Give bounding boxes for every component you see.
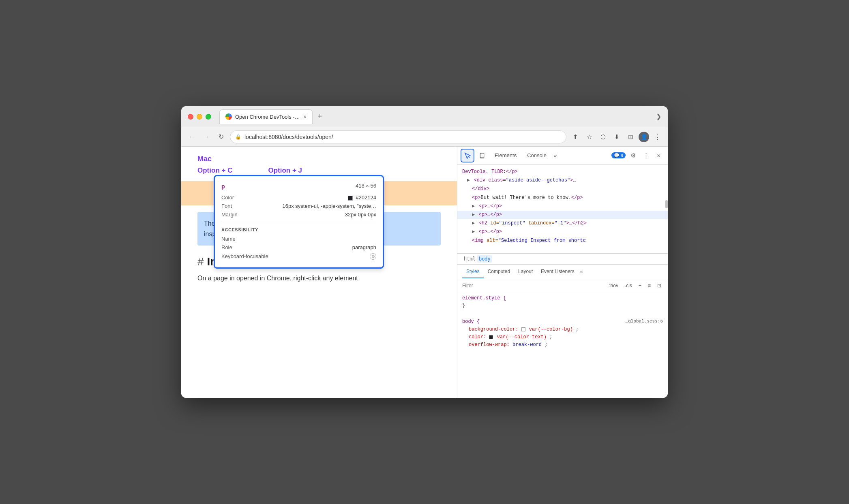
dom-line[interactable]: <img alt="Selecting Inspect from shortc xyxy=(457,237,668,245)
dom-tree: DevTools. TLDR:</p> ▶ <div class="aside … xyxy=(457,164,668,254)
minimize-window-button[interactable] xyxy=(197,114,202,120)
styles-panel: Styles Computed Layout Event Listeners » xyxy=(457,265,668,378)
devtools-chat-badge[interactable]: 💬 9 xyxy=(611,152,626,158)
styles-filter-input[interactable] xyxy=(462,283,607,288)
dom-attr-name: tabindex= xyxy=(528,220,555,226)
expand-triangle-icon[interactable]: ▶ xyxy=(472,229,475,235)
expand-triangle-icon[interactable]: ▶ xyxy=(467,177,470,183)
styles-tab-layout[interactable]: Layout xyxy=(514,265,537,278)
download-button[interactable]: ⬇ xyxy=(611,131,622,143)
color-swatch-icon xyxy=(348,196,353,201)
styles-tab-styles[interactable]: Styles xyxy=(462,265,484,278)
dom-line[interactable]: </div> xyxy=(457,185,668,193)
css-background-color-prop: background-color: xyxy=(469,327,518,332)
tooltip-font-row: Font 16px system-ui, -apple-system, "sys… xyxy=(221,202,376,210)
text-color-swatch-icon xyxy=(489,335,493,339)
refresh-icon: ↻ xyxy=(219,133,224,141)
filter-hov-button[interactable]: :hov xyxy=(607,282,620,289)
lock-icon: 🔒 xyxy=(235,134,241,140)
styles-tab-computed[interactable]: Computed xyxy=(484,265,514,278)
devtools-more-tabs[interactable]: » xyxy=(552,151,558,160)
devtools-inspect-button[interactable] xyxy=(461,149,474,162)
page-content: Mac Option + C Option + J p 418 × 56 Col… xyxy=(181,147,457,398)
tooltip-margin-label: Margin xyxy=(221,211,254,218)
forward-button[interactable]: → xyxy=(201,131,212,143)
dom-line[interactable]: <p>But wait! There's more to know.</p> xyxy=(457,194,668,202)
expand-triangle-icon[interactable]: ▶ xyxy=(472,203,475,209)
address-text: localhost:8080/docs/devtools/open/ xyxy=(244,134,561,140)
tooltip-font-label: Font xyxy=(221,203,254,209)
address-bar[interactable]: 🔒 localhost:8080/docs/devtools/open/ xyxy=(230,130,566,143)
close-devtools-icon: × xyxy=(657,152,661,159)
filter-layers-button[interactable]: ≡ xyxy=(646,282,652,289)
close-window-button[interactable] xyxy=(188,114,193,120)
profile-avatar[interactable]: 👤 xyxy=(639,132,649,142)
devtools-toolbar: Elements Console » 💬 9 ⚙ ⋮ xyxy=(457,147,668,164)
extension-button[interactable]: ⬡ xyxy=(597,131,609,143)
dom-attr-value: "aside aside--gotchas" xyxy=(506,177,570,183)
tooltip-name-row: Name xyxy=(221,235,376,243)
tooltip-font-value: 16px system-ui, -apple-system, "syste… xyxy=(283,203,376,209)
mac-label: Mac xyxy=(197,155,441,163)
devtools-close-button[interactable]: × xyxy=(653,150,665,161)
dom-attr-value: "inspect" xyxy=(499,220,525,226)
bookmark-button[interactable]: ☆ xyxy=(583,131,595,143)
breadcrumb-body[interactable]: body xyxy=(477,255,492,263)
share-button[interactable]: ⬆ xyxy=(570,131,581,143)
tab-list-chevron-icon[interactable]: ❯ xyxy=(656,113,661,120)
devtools-more-options-button[interactable]: ⋮ xyxy=(640,150,652,161)
tab-close-button[interactable]: × xyxy=(303,113,307,120)
tooltip-role-row: Role paragraph xyxy=(221,243,376,252)
tooltip-keyboard-label: Keyboard-focusable xyxy=(221,253,268,259)
dom-tag: </div> xyxy=(472,186,489,192)
dom-line[interactable]: ▶ <p>…</p> xyxy=(457,202,668,211)
tooltip-margin-value: 32px 0px 0px xyxy=(345,211,376,218)
device-toolbar-button[interactable] xyxy=(476,149,488,162)
css-body-selector: body { xyxy=(462,319,480,325)
filter-plus-button[interactable]: + xyxy=(637,282,643,289)
filter-computed-button[interactable]: ⊡ xyxy=(656,282,663,289)
maximize-window-button[interactable] xyxy=(206,114,211,120)
dom-attr-value: "-1" xyxy=(555,220,566,226)
back-button[interactable]: ← xyxy=(186,131,197,143)
dom-line[interactable]: ▶ <p>…</p> xyxy=(457,228,668,236)
styles-more-tabs[interactable]: » xyxy=(580,269,583,275)
active-tab[interactable]: Open Chrome DevTools - Chro… × xyxy=(219,109,313,124)
css-code-block: element.style { } body { _global.scss:6 … xyxy=(457,292,668,351)
breadcrumb-html[interactable]: html xyxy=(462,255,477,263)
dom-attr-name: id= xyxy=(490,220,499,226)
css-bg-swatch xyxy=(521,327,526,332)
dom-tag: <p>…</p> xyxy=(478,212,502,218)
dom-line[interactable]: ▶ <div class="aside aside--gotchas">… xyxy=(457,176,668,185)
tooltip-accessibility-header: ACCESSIBILITY xyxy=(221,227,376,232)
dom-tag: DevTools. TLDR:</p> xyxy=(462,169,518,175)
back-icon: ← xyxy=(189,133,195,141)
dom-line[interactable]: DevTools. TLDR:</p> xyxy=(457,168,668,176)
device-toolbar-icon xyxy=(479,152,485,159)
filter-cls-button[interactable]: .cls xyxy=(623,282,634,289)
tooltip-keyboard-focusable-icon: ⊘ xyxy=(370,253,376,260)
more-options-button[interactable]: ⋮ xyxy=(652,131,663,143)
chat-count: 9 xyxy=(621,153,623,158)
dom-tag: <h2 xyxy=(478,220,490,226)
expand-triangle-icon[interactable]: ▶ xyxy=(472,220,475,226)
dom-line-selected[interactable]: ▶ <p>…</p> xyxy=(457,211,668,219)
shortcut-row: Option + C Option + J xyxy=(197,167,441,175)
expand-triangle-icon[interactable]: ▶ xyxy=(472,212,475,218)
splitview-button[interactable]: ⊡ xyxy=(625,131,636,143)
dom-tag: >… xyxy=(570,177,576,183)
styles-tab-event-listeners[interactable]: Event Listeners xyxy=(537,265,579,278)
dom-line[interactable]: ▶ <h2 id="inspect" tabindex="-1">…</h2> xyxy=(457,219,668,228)
devtools-settings-button[interactable]: ⚙ xyxy=(627,150,639,161)
devtools-tab-console[interactable]: Console xyxy=(522,151,551,160)
devtools-tab-elements[interactable]: Elements xyxy=(490,151,521,160)
dom-tag: </p> xyxy=(571,195,583,201)
css-element-style: element.style { } xyxy=(462,295,663,310)
css-file-reference: _global.scss:6 xyxy=(626,318,663,325)
new-tab-button[interactable]: + xyxy=(314,111,326,122)
refresh-button[interactable]: ↻ xyxy=(215,131,227,143)
tooltip-margin-row: Margin 32px 0px 0px xyxy=(221,210,376,219)
dom-tag: <p>…</p> xyxy=(478,203,502,209)
navigation-bar: ← → ↻ 🔒 localhost:8080/docs/devtools/ope… xyxy=(181,127,668,147)
styles-filter-bar: :hov .cls + ≡ ⊡ xyxy=(457,279,668,292)
